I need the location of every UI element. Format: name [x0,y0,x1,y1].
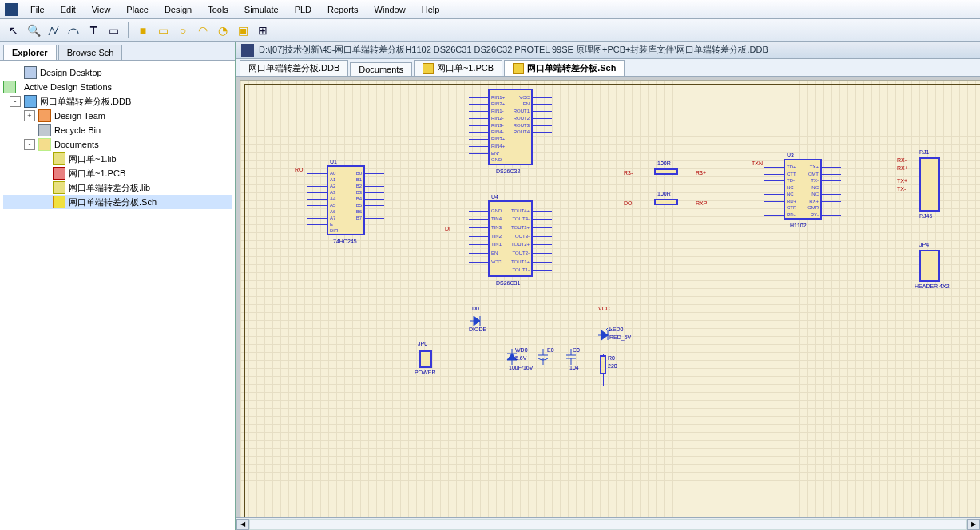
horizontal-scrollbar[interactable]: ◀ ▶ [236,517,980,530]
team-icon [38,109,51,122]
tab-ddb[interactable]: 网口单端转差分板.DDB [240,60,348,76]
type-d0: DIODE [469,326,486,332]
val-e0: 10uF/16V [509,365,533,370]
tab-browse-sch[interactable]: Browse Sch [58,45,123,60]
tree-node-4[interactable]: Recycle Bin [3,123,232,137]
ddb-icon [241,44,254,57]
tree-node-9[interactable]: 网口单端转差分板.Sch [3,195,232,209]
chip-u2[interactable]: DS26C32 RIN1+RIN2+RIN1-RIN2-RIN3-RIN4-RI… [488,89,533,165]
tree-label: Recycle Bin [54,125,101,135]
menu-design[interactable]: Design [158,2,198,17]
tree-label: Design Desktop [40,68,102,77]
zoom-icon[interactable]: 🔍 [25,22,42,39]
lib-icon [53,181,65,194]
menu-window[interactable]: Window [368,2,412,17]
tab-documents[interactable]: Documents [350,62,412,76]
menu-pld[interactable]: PLD [288,2,318,17]
tree-node-2[interactable]: -网口单端转差分板.DDB [3,94,232,109]
schematic-sheet[interactable]: U1 74HC245 A0A1A2A3A4A5A6A7EDIRB0B1B2B3B… [240,80,980,517]
net-icon [3,81,16,93]
tree-node-0[interactable]: Design Desktop [3,65,232,80]
rect-icon[interactable]: ▭ [154,22,172,39]
expand-icon[interactable]: - [24,139,35,150]
header-jp4[interactable] [919,250,940,282]
toolbar: ↖ 🔍 T ▭ ■ ▭ ○ ◠ ◔ ▣ ⊞ [0,19,980,42]
expand-icon[interactable]: + [24,110,35,121]
component-icon[interactable]: ▭ [105,22,122,39]
text-icon[interactable]: T [85,22,102,39]
net-txplus: TX+ [897,178,907,184]
tree-label: Design Team [54,111,105,121]
tree-node-1[interactable]: Active Design Stations [3,80,232,94]
menu-help[interactable]: Help [415,2,446,17]
menu-simulate[interactable]: Simulate [238,2,285,17]
scroll-left-icon[interactable]: ◀ [236,519,249,530]
menu-view[interactable]: View [85,2,117,17]
menu-reports[interactable]: Reports [321,2,365,17]
main-area: Explorer Browse Sch Design DesktopActive… [0,42,980,530]
menu-tools[interactable]: Tools [201,2,235,17]
schematic-viewport[interactable]: U1 74HC245 A0A1A2A3A4A5A6A7EDIRB0B1B2B3B… [236,77,980,517]
circle-icon[interactable]: ○ [174,22,192,39]
pad-icon[interactable]: ▣ [234,22,252,39]
diode-d0[interactable] [470,315,485,326]
resistor-r1[interactable] [654,168,678,175]
pcb-icon [423,63,434,74]
grid-icon[interactable]: ⊞ [254,22,272,39]
net-r3plus: R3+ [696,170,706,176]
app-icon [5,3,18,16]
val-r0: 220 [608,363,617,369]
type-rj1: RJ45 [919,213,932,219]
header-power[interactable] [419,350,432,368]
project-tree[interactable]: Design DesktopActive Design Stations-网口单… [0,61,235,530]
wire-power-bot [435,386,603,386]
tree-label: 网口单~1.PCB [69,168,125,180]
ddb-icon [24,95,37,108]
sidebar: Explorer Browse Sch Design DesktopActive… [0,42,236,530]
menu-file[interactable]: File [24,2,51,17]
net-txminus: TX- [897,186,906,192]
val-100r-2: 100R [657,191,671,196]
val-led0: RED_5V [609,334,631,340]
menu-bar: File Edit View Place Design Tools Simula… [0,0,980,19]
menu-edit[interactable]: Edit [54,2,82,17]
rect-fill-icon[interactable]: ■ [134,22,152,39]
net-vcc: VCC [598,306,610,311]
tab-explorer[interactable]: Explorer [3,45,57,60]
ref-jp0: JP0 [418,341,427,346]
net-di: DI [445,226,450,231]
type-u4: H1102 [790,223,807,228]
menu-place[interactable]: Place [120,2,155,17]
sch-icon [53,196,65,208]
ref-r0: R0 [608,355,615,361]
scroll-right-icon[interactable]: ▶ [967,519,980,530]
scroll-track[interactable] [249,519,967,530]
resistor-r0[interactable] [600,355,606,374]
tree-node-7[interactable]: 网口单~1.PCB [3,166,232,180]
cursor-icon[interactable]: ↖ [5,22,22,39]
document-tabs: 网口单端转差分板.DDB Documents 网口单~1.PCB 网口单端转差分… [236,59,980,77]
resistor-r3[interactable] [654,199,678,205]
chip-u4[interactable]: U3 H1102 TD+CTTTD-NCNCRD+CTRRD-TX+CMTTX-… [784,159,822,220]
tab-sch[interactable]: 网口单端转差分板.Sch [504,60,625,76]
chip-u3[interactable]: U4 DS26C31 GNDTIN4TIN3TIN2TIN1ENVCCTOUT4… [488,200,533,277]
ref-u3: U4 [491,194,498,200]
header-rj45[interactable] [919,157,940,212]
tab-pcb[interactable]: 网口单~1.PCB [414,60,502,76]
work-area: D:\[07]技术创新\45-网口单端转差分板H1102 DS26C31 DS2… [236,42,980,530]
tree-node-5[interactable]: -Documents [3,137,232,152]
polyline-icon[interactable] [45,22,62,39]
tree-label: 网口单端转差分板.Sch [69,196,157,208]
ref-jp4: JP4 [919,242,929,247]
expand-icon[interactable]: - [10,96,21,107]
arc-icon[interactable] [65,22,82,39]
pie-icon[interactable]: ◔ [214,22,232,39]
tree-node-8[interactable]: 网口单端转差分板.lib [3,180,232,195]
toolbar-separator [128,22,129,38]
tree-node-6[interactable]: 网口单~1.lib [3,152,232,166]
type-u3: DS26C31 [496,280,520,286]
val-100r-1: 100R [657,160,671,166]
tree-node-3[interactable]: +Design Team [3,109,232,123]
arc2-icon[interactable]: ◠ [194,22,212,39]
chip-u1[interactable]: U1 74HC245 A0A1A2A3A4A5A6A7EDIRB0B1B2B3B… [327,165,365,235]
